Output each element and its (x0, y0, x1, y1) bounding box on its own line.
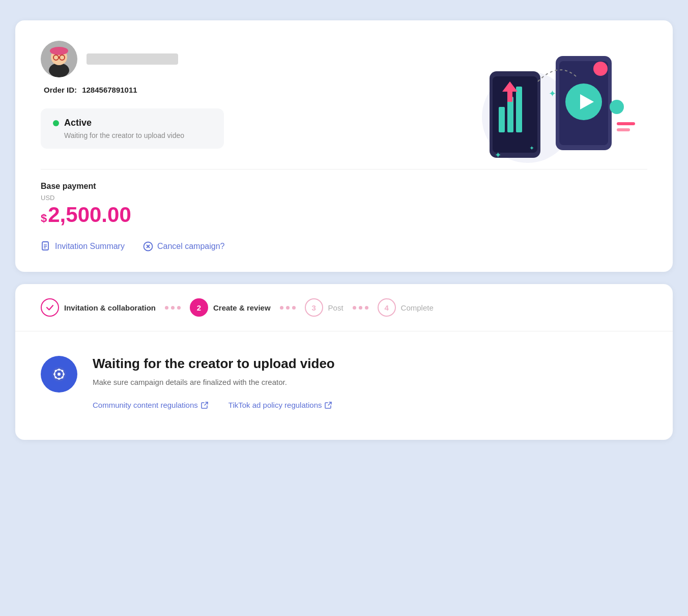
step-number-4: 4 (384, 303, 388, 312)
dot (165, 306, 168, 310)
svg-point-43 (55, 377, 57, 379)
dot (292, 306, 296, 310)
step-content: Waiting for the creator to upload video … (15, 331, 673, 440)
dot (177, 306, 181, 310)
step-title: Waiting for the creator to upload video (93, 356, 335, 372)
cancel-campaign-text: Cancel campaign? (157, 242, 225, 251)
step-circle-3: 3 (305, 298, 323, 317)
dollar-sign: $ (41, 212, 47, 225)
svg-point-36 (58, 369, 60, 371)
step-description: Make sure campaign details are finalized… (93, 378, 335, 386)
external-link-icon (201, 402, 208, 409)
order-id-value: 1284567891011 (82, 86, 137, 94)
dot (286, 306, 290, 310)
amount-value: 2,500.00 (48, 203, 131, 227)
svg-point-40 (55, 370, 57, 372)
step-label-4: Complete (401, 303, 434, 312)
invitation-summary-text: Invitation Summary (55, 242, 125, 251)
step-item-2: 2 Create & review (190, 298, 271, 317)
action-row: Invitation Summary Cancel campaign? (41, 241, 647, 251)
illustration: ✦ ✦ ✦ (449, 41, 642, 173)
step-circle-2: 2 (190, 298, 208, 317)
step-item-3: 3 Post (305, 298, 343, 317)
order-id-label: Order ID: (44, 86, 77, 94)
step-label-2: Create & review (213, 303, 271, 312)
status-subtext: Waiting for the creator to upload video (64, 131, 212, 139)
svg-point-39 (63, 373, 65, 375)
svg-point-1 (49, 63, 69, 77)
step-dots-1 (165, 306, 181, 310)
svg-line-44 (205, 402, 208, 405)
svg-point-38 (53, 373, 55, 375)
step-number-3: 3 (311, 303, 316, 312)
svg-rect-30 (617, 122, 635, 125)
avatar (41, 41, 77, 77)
svg-rect-19 (507, 97, 513, 132)
dot (171, 306, 175, 310)
currency-label: USD (41, 194, 647, 202)
step-text-block: Waiting for the creator to upload video … (93, 356, 335, 409)
tiktok-policy-link[interactable]: TikTok ad policy regulations (228, 401, 332, 409)
cancel-campaign-link[interactable]: Cancel campaign? (143, 241, 225, 251)
step-number-2: 2 (197, 303, 201, 312)
step-circle-1 (41, 298, 59, 317)
tiktok-link-text: TikTok ad policy regulations (228, 401, 322, 409)
name-placeholder (87, 53, 178, 65)
video-icon (50, 365, 68, 383)
dot (365, 306, 368, 310)
base-payment-label: Base payment (41, 182, 647, 191)
svg-line-45 (328, 402, 331, 405)
checkmark-icon (45, 303, 54, 312)
svg-point-42 (62, 370, 64, 372)
step-item-4: 4 Complete (378, 298, 434, 317)
amount-row: $ 2,500.00 (41, 203, 647, 227)
step-icon-circle (41, 356, 77, 393)
links-row: Community content regulations TikTok ad … (93, 401, 335, 409)
svg-text:✦: ✦ (495, 151, 501, 159)
step-circle-4: 4 (378, 298, 396, 317)
steps-bar: Invitation & collaboration 2 Create & re… (15, 284, 673, 331)
svg-text:✦: ✦ (549, 89, 556, 99)
external-link-icon-2 (325, 402, 332, 409)
svg-rect-18 (499, 107, 505, 132)
invitation-summary-link[interactable]: Invitation Summary (41, 241, 125, 251)
step-item-1: Invitation & collaboration (41, 298, 156, 317)
status-label: Active (64, 118, 92, 128)
status-row: Active (53, 118, 212, 128)
status-box: Active Waiting for the creator to upload… (41, 108, 224, 149)
document-icon (41, 241, 51, 251)
svg-point-41 (62, 377, 64, 379)
svg-rect-4 (51, 48, 67, 52)
step-card: Invitation & collaboration 2 Create & re… (15, 284, 673, 440)
svg-point-29 (610, 100, 624, 114)
cancel-icon (143, 241, 153, 251)
dot (359, 306, 362, 310)
dot (353, 306, 356, 310)
step-dots-2 (280, 306, 296, 310)
step-dots-3 (353, 306, 368, 310)
svg-rect-20 (516, 87, 522, 132)
svg-rect-31 (617, 128, 630, 131)
svg-text:✦: ✦ (529, 145, 534, 152)
step-label-3: Post (328, 303, 343, 312)
svg-point-37 (58, 378, 60, 380)
svg-point-28 (593, 62, 608, 76)
svg-rect-8 (42, 242, 48, 250)
status-dot (53, 120, 59, 126)
community-link-text: Community content regulations (93, 401, 198, 409)
top-card: Order ID: 1284567891011 Active Waiting f… (15, 20, 673, 272)
dot (280, 306, 283, 310)
svg-point-35 (58, 373, 61, 376)
community-regulations-link[interactable]: Community content regulations (93, 401, 208, 409)
step-label-1: Invitation & collaboration (64, 303, 156, 312)
